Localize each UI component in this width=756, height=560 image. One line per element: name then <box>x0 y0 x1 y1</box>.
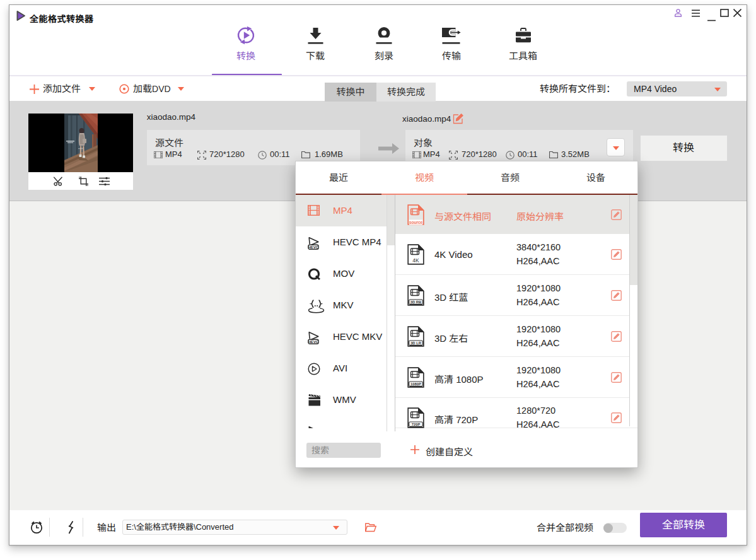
svg-text:3D LR: 3D LR <box>410 341 422 345</box>
svg-text:HEVC: HEVC <box>308 340 319 344</box>
svg-text:3D RB: 3D RB <box>410 300 421 304</box>
svg-text:source: source <box>409 220 423 225</box>
svg-text:4K: 4K <box>412 257 419 264</box>
svg-text:1080P: 1080P <box>410 382 421 386</box>
svg-text:720P: 720P <box>412 423 421 426</box>
svg-text:HEVC: HEVC <box>308 245 319 249</box>
